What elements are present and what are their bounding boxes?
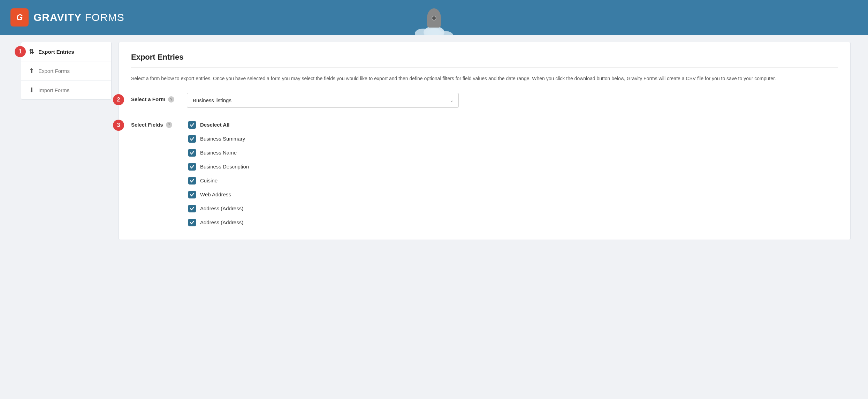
field-label-text: Deselect All bbox=[200, 122, 230, 128]
list-item: Business Summary bbox=[187, 132, 838, 145]
sidebar-container: 1 ⇅ Export Entries ⬆ Export Forms ⬇ Impo… bbox=[21, 42, 112, 240]
field-label-text: Cuisine bbox=[200, 178, 218, 183]
form-select[interactable]: Business listings bbox=[187, 93, 459, 108]
sidebar: ⇅ Export Entries ⬆ Export Forms ⬇ Import… bbox=[21, 42, 112, 100]
select-form-label: Select a Form ? bbox=[131, 93, 180, 103]
logo-text: GRAVITY FORMS bbox=[33, 12, 124, 23]
field-label-text: Web Address bbox=[200, 191, 231, 197]
field-checkbox[interactable] bbox=[188, 219, 196, 226]
field-label-text: Business Name bbox=[200, 150, 237, 156]
list-item: Address (Address) bbox=[187, 216, 838, 229]
sidebar-item-label: Export Forms bbox=[38, 68, 70, 74]
sidebar-item-label: Import Forms bbox=[38, 87, 69, 93]
logo-icon: G bbox=[10, 8, 29, 27]
list-item: Deselect All bbox=[187, 118, 838, 131]
app-header: G GRAVITY FORMS bbox=[0, 0, 868, 35]
select-form-help-icon[interactable]: ? bbox=[168, 96, 174, 103]
field-label-text: Business Description bbox=[200, 164, 249, 170]
fields-list: Deselect All Business Summary Business N… bbox=[187, 118, 838, 229]
field-checkbox[interactable] bbox=[188, 191, 196, 198]
field-checkbox[interactable] bbox=[188, 149, 196, 157]
export-entries-icon: ⇅ bbox=[29, 48, 34, 55]
step3-badge: 3 bbox=[113, 120, 124, 131]
select-form-section: 2 Select a Form ? Business listings ⌄ bbox=[131, 93, 838, 108]
field-label-text: Address (Address) bbox=[200, 205, 243, 211]
logo: G GRAVITY FORMS bbox=[10, 8, 124, 27]
field-label-text: Address (Address) bbox=[200, 219, 243, 225]
rocket-decoration bbox=[424, 8, 444, 35]
list-item: Web Address bbox=[187, 188, 838, 201]
field-checkbox[interactable] bbox=[188, 205, 196, 212]
main-panel: Export Entries Select a form below to ex… bbox=[119, 42, 851, 240]
description: Select a form below to export entries. O… bbox=[131, 75, 838, 83]
page-layout: 1 ⇅ Export Entries ⬆ Export Forms ⬇ Impo… bbox=[0, 35, 868, 247]
step1-badge: 1 bbox=[15, 46, 26, 57]
sidebar-item-label: Export Entries bbox=[38, 49, 74, 55]
field-checkbox[interactable] bbox=[188, 163, 196, 171]
sidebar-item-import-forms[interactable]: ⬇ Import Forms bbox=[21, 81, 111, 99]
sidebar-item-export-forms[interactable]: ⬆ Export Forms bbox=[21, 61, 111, 81]
field-label-text: Business Summary bbox=[200, 136, 245, 142]
field-checkbox[interactable] bbox=[188, 135, 196, 143]
list-item: Business Name bbox=[187, 146, 838, 159]
list-item: Cuisine bbox=[187, 174, 838, 187]
field-checkbox[interactable] bbox=[188, 121, 196, 129]
import-forms-icon: ⬇ bbox=[29, 87, 34, 93]
list-item: Address (Address) bbox=[187, 202, 838, 215]
export-forms-icon: ⬆ bbox=[29, 68, 34, 74]
select-fields-label: Select Fields ? bbox=[131, 118, 180, 128]
form-select-wrapper: Business listings ⌄ bbox=[187, 93, 459, 108]
step2-badge: 2 bbox=[113, 94, 124, 105]
sidebar-item-export-entries[interactable]: ⇅ Export Entries bbox=[21, 42, 111, 61]
list-item: Business Description bbox=[187, 160, 838, 173]
select-fields-section: 3 Select Fields ? Deselect All Business … bbox=[131, 118, 838, 229]
page-title: Export Entries bbox=[131, 53, 838, 68]
field-checkbox[interactable] bbox=[188, 177, 196, 185]
select-fields-help-icon[interactable]: ? bbox=[166, 122, 172, 128]
